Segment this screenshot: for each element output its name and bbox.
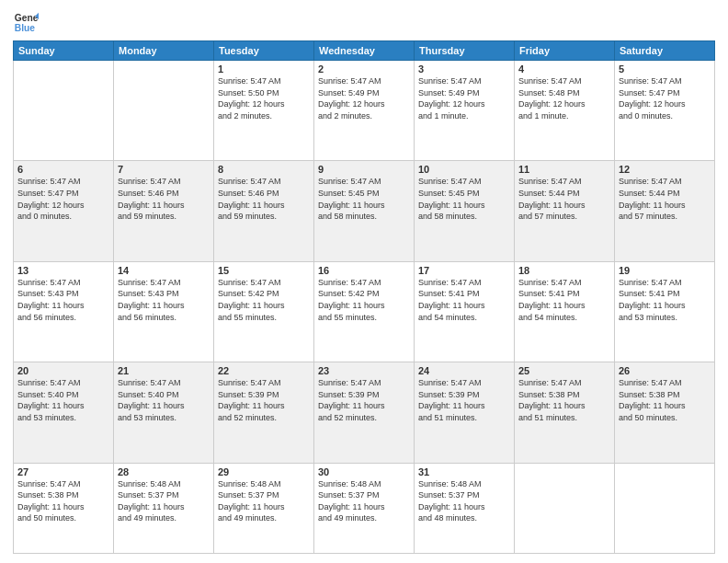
day-info: Sunrise: 5:47 AM Sunset: 5:47 PM Dayligh… — [619, 75, 711, 121]
calendar-cell: 23Sunrise: 5:47 AM Sunset: 5:39 PM Dayli… — [314, 362, 415, 463]
calendar-cell: 13Sunrise: 5:47 AM Sunset: 5:43 PM Dayli… — [14, 261, 114, 362]
calendar-cell: 16Sunrise: 5:47 AM Sunset: 5:42 PM Dayli… — [314, 261, 415, 362]
calendar-cell: 30Sunrise: 5:48 AM Sunset: 5:37 PM Dayli… — [314, 463, 415, 554]
weekday-header: Wednesday — [314, 41, 415, 61]
day-info: Sunrise: 5:47 AM Sunset: 5:40 PM Dayligh… — [118, 377, 210, 423]
calendar-cell: 28Sunrise: 5:48 AM Sunset: 5:37 PM Dayli… — [114, 463, 214, 554]
day-number: 10 — [418, 164, 510, 175]
day-info: Sunrise: 5:48 AM Sunset: 5:37 PM Dayligh… — [118, 478, 210, 524]
day-info: Sunrise: 5:48 AM Sunset: 5:37 PM Dayligh… — [218, 478, 310, 524]
calendar-cell: 19Sunrise: 5:47 AM Sunset: 5:41 PM Dayli… — [615, 261, 715, 362]
weekday-header: Friday — [515, 41, 615, 61]
weekday-header: Saturday — [615, 41, 715, 61]
day-info: Sunrise: 5:47 AM Sunset: 5:41 PM Dayligh… — [619, 277, 711, 323]
day-info: Sunrise: 5:47 AM Sunset: 5:40 PM Dayligh… — [17, 377, 109, 423]
calendar-cell: 27Sunrise: 5:47 AM Sunset: 5:38 PM Dayli… — [14, 463, 114, 554]
calendar-cell: 29Sunrise: 5:48 AM Sunset: 5:37 PM Dayli… — [214, 463, 314, 554]
day-info: Sunrise: 5:47 AM Sunset: 5:46 PM Dayligh… — [118, 176, 210, 222]
day-info: Sunrise: 5:47 AM Sunset: 5:39 PM Dayligh… — [418, 377, 510, 423]
day-number: 21 — [118, 365, 210, 376]
calendar-cell: 4Sunrise: 5:47 AM Sunset: 5:48 PM Daylig… — [515, 61, 615, 161]
day-info: Sunrise: 5:47 AM Sunset: 5:44 PM Dayligh… — [518, 176, 610, 222]
day-info: Sunrise: 5:47 AM Sunset: 5:49 PM Dayligh… — [418, 75, 510, 121]
day-number: 19 — [619, 265, 711, 276]
day-number: 4 — [518, 63, 610, 75]
day-info: Sunrise: 5:47 AM Sunset: 5:48 PM Dayligh… — [518, 75, 610, 121]
day-info: Sunrise: 5:47 AM Sunset: 5:38 PM Dayligh… — [17, 478, 109, 524]
day-info: Sunrise: 5:47 AM Sunset: 5:38 PM Dayligh… — [619, 377, 711, 423]
calendar-week-row: 6Sunrise: 5:47 AM Sunset: 5:47 PM Daylig… — [14, 161, 715, 261]
day-number: 26 — [619, 365, 711, 376]
calendar-week-row: 20Sunrise: 5:47 AM Sunset: 5:40 PM Dayli… — [14, 362, 715, 463]
weekday-header: Monday — [114, 41, 214, 61]
day-number: 14 — [118, 265, 210, 276]
calendar-cell: 26Sunrise: 5:47 AM Sunset: 5:38 PM Dayli… — [615, 362, 715, 463]
day-info: Sunrise: 5:47 AM Sunset: 5:44 PM Dayligh… — [619, 176, 711, 222]
day-number: 9 — [318, 164, 410, 175]
svg-text:General: General — [15, 13, 39, 23]
day-info: Sunrise: 5:47 AM Sunset: 5:45 PM Dayligh… — [418, 176, 510, 222]
calendar-cell: 2Sunrise: 5:47 AM Sunset: 5:49 PM Daylig… — [314, 61, 415, 161]
day-number: 13 — [17, 265, 109, 276]
calendar-cell: 20Sunrise: 5:47 AM Sunset: 5:40 PM Dayli… — [14, 362, 114, 463]
day-number: 6 — [17, 164, 109, 175]
day-info: Sunrise: 5:47 AM Sunset: 5:39 PM Dayligh… — [218, 377, 310, 423]
calendar-cell: 14Sunrise: 5:47 AM Sunset: 5:43 PM Dayli… — [114, 261, 214, 362]
calendar-cell: 25Sunrise: 5:47 AM Sunset: 5:38 PM Dayli… — [515, 362, 615, 463]
calendar-cell — [615, 463, 715, 554]
day-info: Sunrise: 5:48 AM Sunset: 5:37 PM Dayligh… — [318, 478, 410, 524]
calendar-cell: 31Sunrise: 5:48 AM Sunset: 5:37 PM Dayli… — [415, 463, 515, 554]
day-number: 16 — [318, 265, 410, 276]
day-info: Sunrise: 5:47 AM Sunset: 5:42 PM Dayligh… — [318, 277, 410, 323]
day-number: 8 — [218, 164, 310, 175]
day-info: Sunrise: 5:47 AM Sunset: 5:49 PM Dayligh… — [318, 75, 410, 121]
calendar-cell: 8Sunrise: 5:47 AM Sunset: 5:46 PM Daylig… — [214, 161, 314, 261]
day-info: Sunrise: 5:47 AM Sunset: 5:46 PM Dayligh… — [218, 176, 310, 222]
day-number: 15 — [218, 265, 310, 276]
day-number: 28 — [118, 466, 210, 477]
calendar-cell: 17Sunrise: 5:47 AM Sunset: 5:41 PM Dayli… — [415, 261, 515, 362]
day-info: Sunrise: 5:47 AM Sunset: 5:41 PM Dayligh… — [518, 277, 610, 323]
calendar-cell: 11Sunrise: 5:47 AM Sunset: 5:44 PM Dayli… — [515, 161, 615, 261]
calendar-cell: 18Sunrise: 5:47 AM Sunset: 5:41 PM Dayli… — [515, 261, 615, 362]
day-info: Sunrise: 5:47 AM Sunset: 5:43 PM Dayligh… — [17, 277, 109, 323]
calendar-cell — [515, 463, 615, 554]
day-number: 31 — [418, 466, 510, 477]
day-number: 2 — [318, 63, 410, 75]
calendar-cell: 24Sunrise: 5:47 AM Sunset: 5:39 PM Dayli… — [415, 362, 515, 463]
logo-icon: General Blue — [13, 9, 39, 35]
calendar-cell: 1Sunrise: 5:47 AM Sunset: 5:50 PM Daylig… — [214, 61, 314, 161]
day-info: Sunrise: 5:47 AM Sunset: 5:47 PM Dayligh… — [17, 176, 109, 222]
calendar-week-row: 13Sunrise: 5:47 AM Sunset: 5:43 PM Dayli… — [14, 261, 715, 362]
day-info: Sunrise: 5:47 AM Sunset: 5:43 PM Dayligh… — [118, 277, 210, 323]
day-info: Sunrise: 5:47 AM Sunset: 5:41 PM Dayligh… — [418, 277, 510, 323]
day-info: Sunrise: 5:47 AM Sunset: 5:39 PM Dayligh… — [318, 377, 410, 423]
day-info: Sunrise: 5:47 AM Sunset: 5:45 PM Dayligh… — [318, 176, 410, 222]
calendar-cell: 7Sunrise: 5:47 AM Sunset: 5:46 PM Daylig… — [114, 161, 214, 261]
weekday-header: Thursday — [415, 41, 515, 61]
calendar-week-row: 1Sunrise: 5:47 AM Sunset: 5:50 PM Daylig… — [14, 61, 715, 161]
day-number: 30 — [318, 466, 410, 477]
day-number: 18 — [518, 265, 610, 276]
calendar-header-row: SundayMondayTuesdayWednesdayThursdayFrid… — [14, 41, 715, 61]
day-number: 11 — [518, 164, 610, 175]
day-number: 25 — [518, 365, 610, 376]
page: General Blue SundayMondayTuesdayWednesda… — [0, 0, 728, 563]
day-number: 17 — [418, 265, 510, 276]
day-number: 22 — [218, 365, 310, 376]
day-number: 5 — [619, 63, 711, 75]
calendar-cell — [14, 61, 114, 161]
calendar-cell: 5Sunrise: 5:47 AM Sunset: 5:47 PM Daylig… — [615, 61, 715, 161]
calendar-week-row: 27Sunrise: 5:47 AM Sunset: 5:38 PM Dayli… — [14, 463, 715, 554]
day-info: Sunrise: 5:48 AM Sunset: 5:37 PM Dayligh… — [418, 478, 510, 524]
day-info: Sunrise: 5:47 AM Sunset: 5:38 PM Dayligh… — [518, 377, 610, 423]
calendar-table: SundayMondayTuesdayWednesdayThursdayFrid… — [13, 40, 715, 554]
day-number: 20 — [17, 365, 109, 376]
weekday-header: Sunday — [14, 41, 114, 61]
calendar-cell: 9Sunrise: 5:47 AM Sunset: 5:45 PM Daylig… — [314, 161, 415, 261]
weekday-header: Tuesday — [214, 41, 314, 61]
calendar-cell: 6Sunrise: 5:47 AM Sunset: 5:47 PM Daylig… — [14, 161, 114, 261]
svg-text:Blue: Blue — [15, 23, 36, 33]
day-number: 12 — [619, 164, 711, 175]
calendar-cell: 21Sunrise: 5:47 AM Sunset: 5:40 PM Dayli… — [114, 362, 214, 463]
